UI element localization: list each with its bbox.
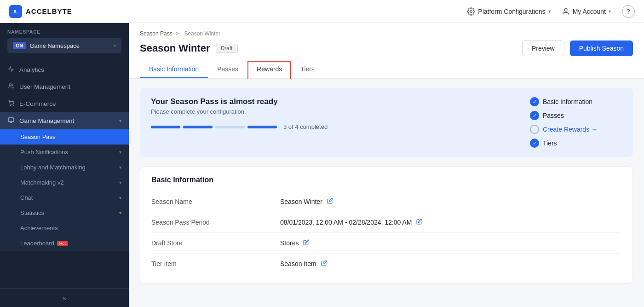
namespace-name: Game Namespace xyxy=(30,42,80,49)
sidebar-item-lobby-matchmaking[interactable]: Lobby and Matchmaking ▾ xyxy=(0,160,129,175)
statistics-chevron: ▾ xyxy=(119,210,121,215)
user-management-label: User Management xyxy=(19,83,70,90)
namespace-badge: GN xyxy=(13,42,26,49)
top-header: A ACCELBYTE Platform Configurations ▾ My… xyxy=(0,0,644,23)
season-pass-label: Season Pass xyxy=(20,133,56,140)
checklist-basic-info-label: Basic Information xyxy=(543,98,592,105)
logo-area: A ACCELBYTE xyxy=(9,5,72,18)
progress-segment-1 xyxy=(151,126,180,128)
tab-tiers[interactable]: Tiers xyxy=(291,61,324,78)
tab-basic-information[interactable]: Basic Information xyxy=(140,61,208,78)
ecommerce-label: E-Commerce xyxy=(19,100,56,107)
sidebar-item-leaderboard[interactable]: Leaderboard Hot xyxy=(0,236,129,251)
svg-point-4 xyxy=(9,84,12,86)
check-passes-icon: ✓ xyxy=(530,111,539,120)
table-row-season-pass-period: Season Pass Period 08/01/2023, 12:00 AM … xyxy=(151,212,621,233)
checklist-tiers-label: Tiers xyxy=(543,139,557,147)
sidebar-sub-menu: Season Pass Push Notifications ▾ Lobby a… xyxy=(0,129,129,251)
sidebar-footer[interactable]: « xyxy=(0,288,129,307)
help-icon: ? xyxy=(627,8,630,15)
checklist-create-rewards: Create Rewards → xyxy=(530,125,622,134)
help-button[interactable]: ? xyxy=(622,5,635,18)
progress-subtitle: Please complete your configuration. xyxy=(151,108,530,115)
platform-config-chevron: ▾ xyxy=(548,9,551,14)
matchmaking-v2-label: Matchmaking v2 xyxy=(20,179,64,186)
tab-passes[interactable]: Passes xyxy=(208,61,247,78)
my-account-button[interactable]: My Account ▾ xyxy=(562,7,611,16)
header-right: Platform Configurations ▾ My Account ▾ ? xyxy=(467,5,635,18)
sidebar-item-chat[interactable]: Chat ▾ xyxy=(0,190,129,205)
season-pass-period-edit-icon[interactable] xyxy=(416,219,422,226)
sidebar-item-game-management[interactable]: Game Management ▾ xyxy=(0,112,129,129)
leaderboard-badge: Hot xyxy=(57,241,68,246)
check-tiers-icon: ✓ xyxy=(530,139,539,148)
check-basic-info-icon: ✓ xyxy=(530,97,539,106)
logo-icon: A xyxy=(9,5,22,18)
my-account-label: My Account xyxy=(573,8,606,15)
user-management-icon xyxy=(7,83,15,91)
page-body: Your Season Pass is almost ready Please … xyxy=(129,79,644,307)
checklist-basic-info: ✓ Basic Information xyxy=(530,97,622,106)
sidebar-item-ecommerce[interactable]: E-Commerce xyxy=(0,95,129,112)
game-management-chevron: ▾ xyxy=(119,118,121,123)
namespace-selector[interactable]: GN Game Namespace ▾ xyxy=(7,38,121,53)
svg-text:A: A xyxy=(13,9,17,14)
game-management-label: Game Management xyxy=(19,117,74,124)
sidebar-nav: Analytics User Management E-Commerce xyxy=(0,58,129,288)
season-name-edit-icon[interactable] xyxy=(327,198,333,205)
analytics-icon xyxy=(7,66,15,74)
status-badge: Draft xyxy=(216,44,238,53)
check-rewards-icon xyxy=(530,125,539,134)
progress-checklist: ✓ Basic Information ✓ Passes Create Rewa… xyxy=(530,97,622,148)
basic-info-section: Basic Information Season Name Season Win… xyxy=(140,166,633,284)
progress-bar-row: 3 of 4 completed xyxy=(151,123,530,130)
season-name-value: Season Winter xyxy=(280,191,621,212)
sidebar-item-analytics[interactable]: Analytics xyxy=(0,61,129,78)
checklist-passes-label: Passes xyxy=(543,112,564,119)
breadcrumb-separator: > xyxy=(176,30,179,37)
main-layout: NAMESPACE GN Game Namespace ▾ Analytics xyxy=(0,23,644,307)
season-pass-period-label: Season Pass Period xyxy=(151,212,280,233)
namespace-label: NAMESPACE xyxy=(7,29,121,35)
game-management-icon xyxy=(7,117,15,125)
checklist-rewards-label: Create Rewards xyxy=(543,126,589,133)
svg-point-6 xyxy=(13,105,13,106)
progress-title: Your Season Pass is almost ready xyxy=(151,97,530,106)
tier-item-value: Season Item xyxy=(280,254,621,274)
chat-label: Chat xyxy=(20,194,33,201)
table-row-draft-store: Draft Store Stores xyxy=(151,233,621,254)
basic-info-title: Basic Information xyxy=(151,176,621,184)
platform-config-label: Platform Configurations xyxy=(478,8,545,15)
lobby-chevron: ▾ xyxy=(119,165,121,170)
progress-segment-2 xyxy=(183,126,213,128)
game-management-left: Game Management xyxy=(7,117,74,125)
sidebar-item-push-notifications[interactable]: Push Notifications ▾ xyxy=(0,145,129,160)
tab-rewards[interactable]: Rewards xyxy=(247,61,291,79)
leaderboard-label: Leaderboard xyxy=(20,240,54,247)
namespace-section: NAMESPACE GN Game Namespace ▾ xyxy=(0,23,129,58)
publish-season-button[interactable]: Publish Season xyxy=(570,41,633,56)
create-rewards-link[interactable]: Create Rewards → xyxy=(543,126,598,133)
my-account-chevron: ▾ xyxy=(609,9,611,14)
page-title: Season Winter xyxy=(140,42,210,54)
sidebar-item-achievements[interactable]: Achievements xyxy=(0,220,129,236)
sidebar-item-matchmaking-v2[interactable]: Matchmaking v2 ▾ xyxy=(0,175,129,190)
namespace-selector-left: GN Game Namespace xyxy=(13,42,80,49)
sidebar-item-season-pass[interactable]: Season Pass xyxy=(0,129,129,145)
draft-store-edit-icon[interactable] xyxy=(303,240,309,247)
matchmaking-chevron: ▾ xyxy=(119,180,121,185)
sidebar-item-statistics[interactable]: Statistics ▾ xyxy=(0,205,129,220)
table-row-tier-item: Tier Item Season Item xyxy=(151,254,621,274)
svg-rect-7 xyxy=(8,118,14,122)
breadcrumb-parent[interactable]: Season Pass xyxy=(140,30,172,37)
push-notifications-chevron: ▾ xyxy=(119,150,121,155)
sidebar-item-user-management[interactable]: User Management xyxy=(0,78,129,95)
preview-button[interactable]: Preview xyxy=(522,41,564,56)
tier-item-edit-icon[interactable] xyxy=(321,261,327,267)
breadcrumb: Season Pass > Season Winter xyxy=(140,30,633,37)
progress-card: Your Season Pass is almost ready Please … xyxy=(140,88,633,157)
chat-chevron: ▾ xyxy=(119,195,121,200)
platform-config-button[interactable]: Platform Configurations ▾ xyxy=(467,7,550,16)
push-notifications-label: Push Notifications xyxy=(20,149,68,156)
basic-info-table: Season Name Season Winter Sea xyxy=(151,191,621,274)
